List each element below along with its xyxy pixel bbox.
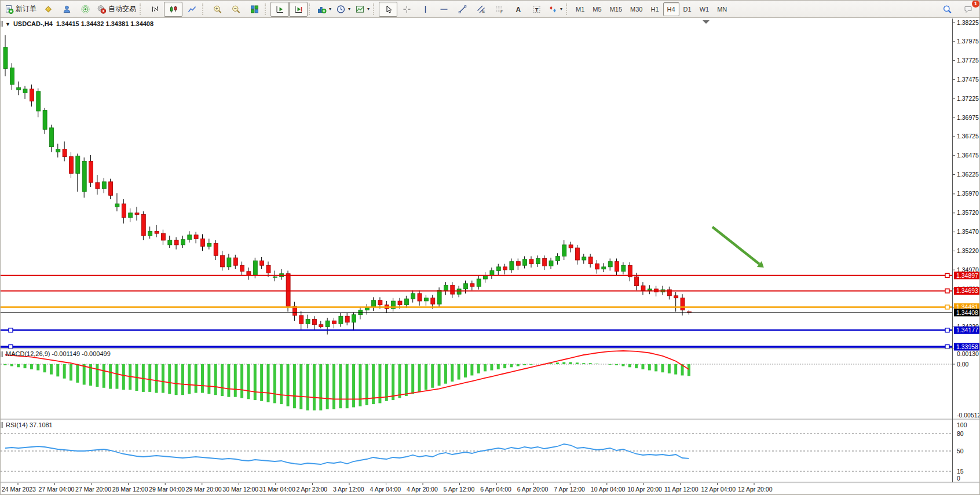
timeframe-button-m30[interactable]: M30 <box>626 2 646 16</box>
time-tick-label: 6 Apr 04:00 <box>480 486 511 493</box>
chart-window[interactable]: 1.382251.379751.377251.374751.372251.369… <box>1 19 980 495</box>
candle <box>201 239 205 246</box>
timeframe-button-d1[interactable]: D1 <box>679 2 696 16</box>
candle <box>221 255 225 267</box>
news-broadcast-button[interactable] <box>76 2 94 17</box>
tile-windows-button[interactable] <box>245 2 264 17</box>
zoom-in-button[interactable] <box>208 2 226 17</box>
candle <box>155 231 159 233</box>
timeframe-button-h1[interactable]: H1 <box>646 2 663 16</box>
chevron-down-icon[interactable]: ▾ <box>329 6 331 12</box>
zoomout-icon <box>231 5 241 14</box>
candle <box>503 267 507 270</box>
zoom-out-button[interactable] <box>226 2 245 17</box>
line-handle[interactable] <box>945 289 949 293</box>
equidistant-channel-button[interactable]: E <box>471 2 490 17</box>
line-chart-button[interactable] <box>182 2 201 17</box>
candle <box>378 300 382 305</box>
indicators-button[interactable]: ▾ <box>315 2 334 17</box>
candle <box>562 245 566 256</box>
clock-icon <box>336 5 346 14</box>
line-handle[interactable] <box>9 328 13 332</box>
horizontal-line-button[interactable] <box>434 2 453 17</box>
horizontal-line-1.34693[interactable] <box>1 289 952 293</box>
price-label-1.34177: 1.34177 <box>954 327 980 334</box>
candle <box>194 235 198 239</box>
fibonacci-button[interactable]: F <box>490 2 509 17</box>
horizontal-line-1.34177[interactable] <box>1 328 952 332</box>
community-button[interactable] <box>57 2 76 17</box>
vline-icon <box>420 5 430 14</box>
candle <box>549 261 553 266</box>
tile-icon <box>250 5 259 14</box>
candle <box>641 286 645 291</box>
chat-notifications-button[interactable]: 1 <box>959 2 977 17</box>
cursor-button[interactable] <box>379 2 397 17</box>
candle <box>352 315 356 322</box>
pane-splitter-grip[interactable] <box>1 351 3 357</box>
text-button[interactable]: A <box>509 2 527 17</box>
candle <box>674 296 678 298</box>
chart-shift-button[interactable] <box>289 2 308 17</box>
rsi-axis-label: 80 <box>957 430 964 437</box>
arrows-button[interactable]: ▾ <box>546 2 565 17</box>
search-button[interactable] <box>938 2 956 17</box>
candle <box>457 289 461 294</box>
timeframe-button-mn[interactable]: MN <box>713 2 731 16</box>
candle <box>345 316 349 322</box>
line-handle[interactable] <box>945 328 949 332</box>
candle-chart-button[interactable] <box>164 2 182 17</box>
metaquotes-button[interactable] <box>39 2 57 17</box>
horizontal-line-1.34481[interactable] <box>1 305 952 309</box>
horizontal-line-1.34897[interactable] <box>1 273 952 277</box>
sonar-icon <box>81 5 90 14</box>
candle <box>588 257 593 264</box>
price-tick-label: 1.35220 <box>957 247 979 254</box>
candle <box>312 320 316 325</box>
trendline-button[interactable] <box>453 2 471 17</box>
candle <box>102 182 106 189</box>
auto-scroll-button[interactable] <box>270 2 289 17</box>
timeframe-button-m5[interactable]: M5 <box>588 2 605 16</box>
chevron-down-icon[interactable]: ▾ <box>348 6 350 12</box>
timeframe-button-m1[interactable]: M1 <box>572 2 588 16</box>
chart-canvas[interactable]: 1.382251.379751.377251.374751.372251.369… <box>1 19 980 495</box>
text-label-button[interactable]: T <box>527 2 546 17</box>
pane-splitter-grip[interactable] <box>1 422 3 428</box>
candle <box>247 272 251 276</box>
candle <box>608 262 612 267</box>
tline-icon <box>458 5 467 14</box>
candle <box>299 316 303 324</box>
candle <box>621 265 626 272</box>
symbol-label: USDCAD-,H4 <box>13 20 53 27</box>
new-order-button[interactable]: 新订单 <box>2 2 39 17</box>
templates-button[interactable]: ▾ <box>353 2 372 17</box>
trend-arrow-annotation[interactable] <box>712 227 764 267</box>
candle <box>43 111 47 130</box>
price-label-1.34693: 1.34693 <box>954 287 980 295</box>
periods-button[interactable]: ▾ <box>334 2 353 17</box>
candle <box>536 259 540 264</box>
chevron-down-icon[interactable]: ▾ <box>367 6 370 12</box>
line-handle[interactable] <box>945 305 949 309</box>
timeframe-button-m15[interactable]: M15 <box>606 2 626 16</box>
candle <box>424 298 428 301</box>
chevron-down-icon[interactable]: ▾ <box>560 6 562 12</box>
timeframe-button-h4[interactable]: H4 <box>663 2 679 16</box>
vertical-line-button[interactable] <box>416 2 434 17</box>
one-click-trading-toggle[interactable]: ▼ <box>5 21 10 27</box>
bar-chart-button[interactable] <box>145 2 164 17</box>
candle <box>510 262 514 270</box>
autotrading-button[interactable]: 自动交易 <box>94 2 138 17</box>
macd-axis-min: -0.005123 <box>957 412 980 419</box>
rsi-axis-label: 0 <box>957 475 960 482</box>
line-handle[interactable] <box>945 273 949 277</box>
rsi-axis-label: 50 <box>957 448 964 454</box>
candle <box>398 301 402 305</box>
pane-splitter-grip[interactable] <box>1 21 3 27</box>
crosshair-button[interactable] <box>397 2 416 17</box>
candle <box>135 213 139 215</box>
indadd-icon <box>317 5 327 14</box>
timeframe-button-w1[interactable]: W1 <box>696 2 714 16</box>
chart-shift-marker[interactable] <box>703 20 710 24</box>
